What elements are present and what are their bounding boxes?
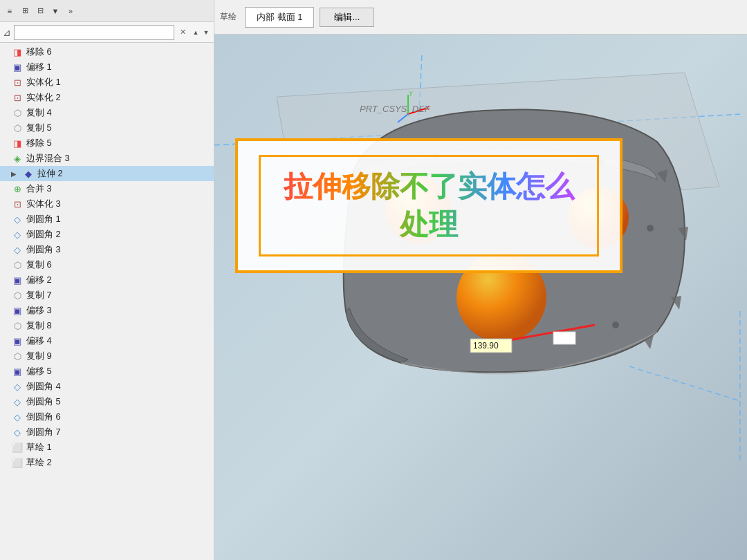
svg-line-16 xyxy=(498,325,595,342)
tree-item-blend3[interactable]: ◈ 边界混合 3 xyxy=(0,151,214,166)
list-view-icon[interactable]: ≡ xyxy=(3,4,17,18)
model-area: 139.90 x y PRT_CSYS_DEF xyxy=(214,35,747,560)
copy-icon-6: ⬡ xyxy=(11,350,24,362)
tree-item-solidify2[interactable]: ⊡ 实体化 2 xyxy=(0,90,214,105)
search-nav-arrows: ▲ ▼ xyxy=(191,28,211,37)
feature-tree: ◨ 移除 6 ▣ 偏移 1 ⊡ 实体化 1 ⊡ 实体化 2 ⬡ 复制 4 ⬡ 复… xyxy=(0,43,214,560)
tree-item-label: 边界混合 3 xyxy=(26,152,70,165)
tree-item-label: 偏移 2 xyxy=(26,274,52,286)
copy-icon: ⬡ xyxy=(11,106,24,119)
fillet-icon-6: ◇ xyxy=(11,411,24,423)
blend-icon: ◈ xyxy=(11,152,24,165)
svg-point-8 xyxy=(612,321,619,328)
tree-item-label: 复制 5 xyxy=(26,122,52,134)
tree-item-label: 实体化 1 xyxy=(26,76,61,88)
extrude-icon: ◆ xyxy=(22,167,35,180)
section-tab[interactable]: 内部 截面 1 xyxy=(245,7,314,28)
tree-item-label: 草绘 1 xyxy=(26,441,52,454)
more-icon[interactable]: » xyxy=(64,4,77,18)
svg-line-22 xyxy=(398,114,408,122)
fillet-icon-2: ◇ xyxy=(11,228,24,241)
tree-item-offset1[interactable]: ▣ 偏移 1 xyxy=(0,59,214,75)
tree-item-offset4[interactable]: ▣ 偏移 4 xyxy=(0,333,214,348)
tree-item-fillet4[interactable]: ◇ 倒圆角 4 xyxy=(0,379,214,394)
sidebar: ≡ ⊞ ⊟ ▼ » ⊿ ✕ ▲ ▼ ◨ 移除 6 ▣ 偏移 1 ⊡ 实体化 1 … xyxy=(0,0,214,560)
tree-item-copy6[interactable]: ⬡ 复制 6 xyxy=(0,257,214,272)
tree-item-fillet1[interactable]: ◇ 倒圆角 1 xyxy=(0,212,214,227)
tree-item-label: 倒圆角 1 xyxy=(26,213,61,225)
tree-item-solidify3[interactable]: ⊡ 实体化 3 xyxy=(0,196,214,212)
tree-item-fillet3[interactable]: ◇ 倒圆角 3 xyxy=(0,242,214,257)
overlay-title: 拉伸移除不了实体怎么处理 xyxy=(275,168,583,243)
tree-item-copy7[interactable]: ⬡ 复制 7 xyxy=(0,288,214,303)
sidebar-toolbar: ≡ ⊞ ⊟ ▼ » xyxy=(0,0,214,22)
svg-line-2 xyxy=(629,366,740,401)
search-next-icon[interactable]: ▼ xyxy=(201,28,211,37)
tree-item-offset3[interactable]: ▣ 偏移 3 xyxy=(0,303,214,318)
tree-item-label: 倒圆角 6 xyxy=(26,411,61,423)
svg-point-25 xyxy=(407,113,409,115)
tree-item-label: 移除 6 xyxy=(26,46,52,58)
svg-point-7 xyxy=(647,225,654,232)
filter-icon[interactable]: ▼ xyxy=(48,4,62,18)
tree-item-label: 复制 7 xyxy=(26,289,52,301)
tree-item-fillet5[interactable]: ◇ 倒圆角 5 xyxy=(0,394,214,409)
copy-icon-2: ⬡ xyxy=(11,122,24,134)
tree-item-label: 实体化 2 xyxy=(26,91,61,104)
offset-icon-3: ▣ xyxy=(11,304,24,317)
coord-axes-svg: 139.90 x y PRT_CSYS_DEF xyxy=(214,35,747,560)
svg-text:139.90: 139.90 xyxy=(473,341,499,351)
sidebar-search-bar: ⊿ ✕ ▲ ▼ xyxy=(0,22,214,43)
svg-marker-10 xyxy=(678,227,688,241)
tree-item-extrude2[interactable]: ▶ ◆ 拉伸 2 xyxy=(0,166,214,181)
tree-item-sketch1[interactable]: ⬜ 草绘 1 xyxy=(0,440,214,455)
copy-icon-4: ⬡ xyxy=(11,289,24,301)
tree-item-offset5[interactable]: ▣ 偏移 5 xyxy=(0,364,214,379)
svg-rect-18 xyxy=(470,339,512,353)
tree-item-label: 偏移 3 xyxy=(26,304,52,317)
svg-line-20 xyxy=(408,109,425,114)
tree-item-fillet6[interactable]: ◇ 倒圆角 6 xyxy=(0,409,214,424)
tree-item-label: 草绘 2 xyxy=(26,456,52,469)
svg-rect-17 xyxy=(553,332,575,344)
search-input[interactable] xyxy=(14,25,174,40)
tree-item-label: 倒圆角 7 xyxy=(26,426,61,438)
section-edit-label: 编辑... xyxy=(334,11,360,24)
solidify-icon: ⊡ xyxy=(11,76,24,88)
svg-marker-12 xyxy=(643,335,654,349)
section-tab-label: 内部 截面 1 xyxy=(257,11,302,24)
overlay-banner: 拉伸移除不了实体怎么处理 xyxy=(235,138,622,273)
tree-item-copy8[interactable]: ⬡ 复制 8 xyxy=(0,318,214,333)
grid-view-icon[interactable]: ⊞ xyxy=(18,4,32,18)
fillet-icon-7: ◇ xyxy=(11,426,24,438)
filter-funnel-icon: ⊿ xyxy=(3,27,11,38)
main-viewport: 草绘 内部 截面 1 编辑... xyxy=(214,0,747,560)
tree-item-copy9[interactable]: ⬡ 复制 9 xyxy=(0,348,214,364)
section-edit-button[interactable]: 编辑... xyxy=(320,8,374,27)
tree-item-label: 复制 4 xyxy=(26,106,52,119)
tree-item-label: 倒圆角 3 xyxy=(26,243,61,256)
tree-item-solidify1[interactable]: ⊡ 实体化 1 xyxy=(0,75,214,90)
tree-item-offset2[interactable]: ▣ 偏移 2 xyxy=(0,272,214,288)
svg-text:x: x xyxy=(426,104,430,111)
copy-icon-5: ⬡ xyxy=(11,319,24,332)
solidify-icon-3: ⊡ xyxy=(11,198,24,210)
tree-item-remove5[interactable]: ◨ 移除 5 xyxy=(0,136,214,151)
tree-item-label: 合并 3 xyxy=(26,183,52,195)
tree-item-merge3[interactable]: ⊕ 合并 3 xyxy=(0,181,214,196)
tree-item-fillet2[interactable]: ◇ 倒圆角 2 xyxy=(0,227,214,242)
tree-item-label: 偏移 5 xyxy=(26,365,52,377)
tree-item-fillet7[interactable]: ◇ 倒圆角 7 xyxy=(0,424,214,440)
tree-item-copy5[interactable]: ⬡ 复制 5 xyxy=(0,120,214,136)
fillet-icon-4: ◇ xyxy=(11,380,24,393)
tree-item-label: 复制 6 xyxy=(26,259,52,271)
fillet-icon-1: ◇ xyxy=(11,213,24,225)
tree-item-label: 倒圆角 2 xyxy=(26,228,61,241)
merge-icon: ⊕ xyxy=(11,183,24,195)
search-prev-icon[interactable]: ▲ xyxy=(191,28,201,37)
tree-item-sketch2[interactable]: ⬜ 草绘 2 xyxy=(0,455,214,470)
tree-view-icon[interactable]: ⊟ xyxy=(33,4,47,18)
search-clear-icon[interactable]: ✕ xyxy=(177,27,188,38)
tree-item-remove6[interactable]: ◨ 移除 6 xyxy=(0,44,214,59)
tree-item-copy4[interactable]: ⬡ 复制 4 xyxy=(0,105,214,120)
